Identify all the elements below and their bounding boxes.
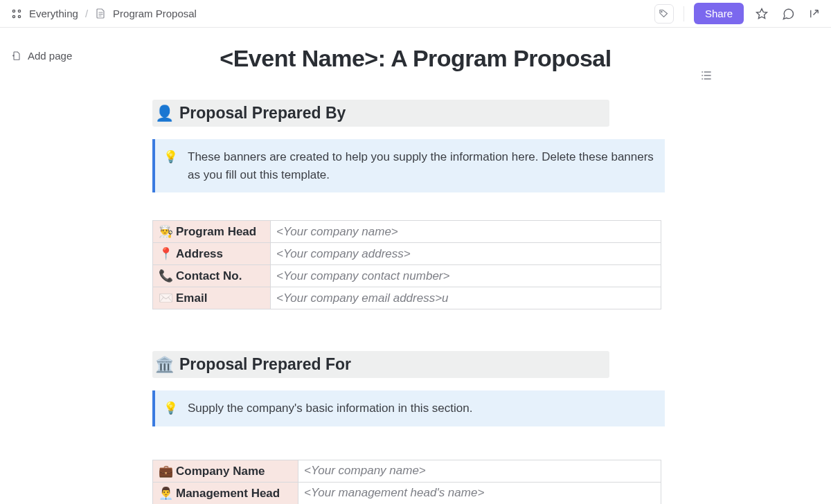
row-icon: ✉️ xyxy=(159,291,173,305)
row-icon: 👨‍🍳 xyxy=(159,225,173,238)
prepared-for-table: 💼Company Name <Your company name> 👨‍💼Man… xyxy=(152,460,661,505)
tag-button[interactable] xyxy=(654,4,674,24)
row-value[interactable]: <Your company contact number> xyxy=(271,265,661,287)
row-value[interactable]: <Your company name> xyxy=(271,221,661,243)
add-page-button[interactable]: Add page xyxy=(11,50,72,62)
section-title: Proposal Prepared By xyxy=(179,104,346,123)
row-value[interactable]: <Your company email address>u xyxy=(271,287,661,309)
share-button[interactable]: Share xyxy=(694,3,744,24)
document-icon xyxy=(95,8,106,19)
lightbulb-icon: 💡 xyxy=(163,399,178,417)
apps-icon xyxy=(11,8,22,19)
row-icon: 👨‍💼 xyxy=(159,487,173,500)
comment-icon[interactable] xyxy=(780,6,796,22)
breadcrumb: Everything / Program Proposal xyxy=(11,8,197,19)
divider xyxy=(683,6,684,21)
breadcrumb-separator: / xyxy=(85,8,88,19)
collapse-icon[interactable] xyxy=(806,6,823,22)
add-page-icon xyxy=(11,51,22,62)
add-page-label: Add page xyxy=(28,50,72,62)
table-row[interactable]: 📞Contact No. <Your company contact numbe… xyxy=(153,265,661,287)
table-row[interactable]: 👨‍💼Management Head <Your management head… xyxy=(153,482,661,504)
row-icon: 📞 xyxy=(159,269,173,282)
svg-point-4 xyxy=(661,11,663,12)
row-value[interactable]: <Your company name> xyxy=(298,460,661,482)
breadcrumb-root[interactable]: Everything xyxy=(29,8,78,19)
row-label: Program Head xyxy=(176,225,256,238)
row-label: Contact No. xyxy=(176,269,242,282)
prepared-by-table: 👨‍🍳Program Head <Your company name> 📍Add… xyxy=(152,220,661,309)
info-callout[interactable]: 💡 These banners are created to help you … xyxy=(152,139,665,192)
person-icon: 👤 xyxy=(155,105,174,123)
breadcrumb-page[interactable]: Program Proposal xyxy=(113,8,197,19)
section-title: Proposal Prepared For xyxy=(179,355,351,374)
section-heading-prepared-by[interactable]: 👤 Proposal Prepared By xyxy=(152,100,609,127)
topbar: Everything / Program Proposal Share xyxy=(0,0,831,28)
svg-point-0 xyxy=(12,10,15,12)
row-value[interactable]: <Your management head's name> xyxy=(298,482,661,504)
row-label: Address xyxy=(176,247,223,260)
lightbulb-icon: 💡 xyxy=(163,148,178,183)
star-icon[interactable] xyxy=(753,6,770,22)
row-label: Company Name xyxy=(176,465,265,478)
row-label: Email xyxy=(176,291,207,305)
svg-point-3 xyxy=(18,15,20,17)
row-icon: 💼 xyxy=(159,465,173,478)
row-value[interactable]: <Your company address> xyxy=(271,243,661,265)
section-heading-prepared-for[interactable]: 🏛️ Proposal Prepared For xyxy=(152,351,609,378)
svg-point-1 xyxy=(18,10,20,12)
page-title[interactable]: <Event Name>: A Program Proposal xyxy=(152,45,679,72)
row-icon: 📍 xyxy=(159,247,173,260)
callout-text: These banners are created to help you su… xyxy=(188,148,654,183)
table-row[interactable]: ✉️Email <Your company email address>u xyxy=(153,287,661,309)
info-callout[interactable]: 💡 Supply the company's basic information… xyxy=(152,390,665,426)
table-row[interactable]: 👨‍🍳Program Head <Your company name> xyxy=(153,221,661,243)
svg-point-2 xyxy=(12,15,15,17)
row-label: Management Head xyxy=(176,487,280,500)
document-body: <Event Name>: A Program Proposal 👤 Propo… xyxy=(152,28,679,504)
callout-text: Supply the company's basic information i… xyxy=(188,399,472,417)
building-icon: 🏛️ xyxy=(155,356,174,374)
outline-icon[interactable] xyxy=(699,69,713,82)
table-row[interactable]: 💼Company Name <Your company name> xyxy=(153,460,661,482)
table-row[interactable]: 📍Address <Your company address> xyxy=(153,243,661,265)
topbar-actions: Share xyxy=(654,3,823,24)
